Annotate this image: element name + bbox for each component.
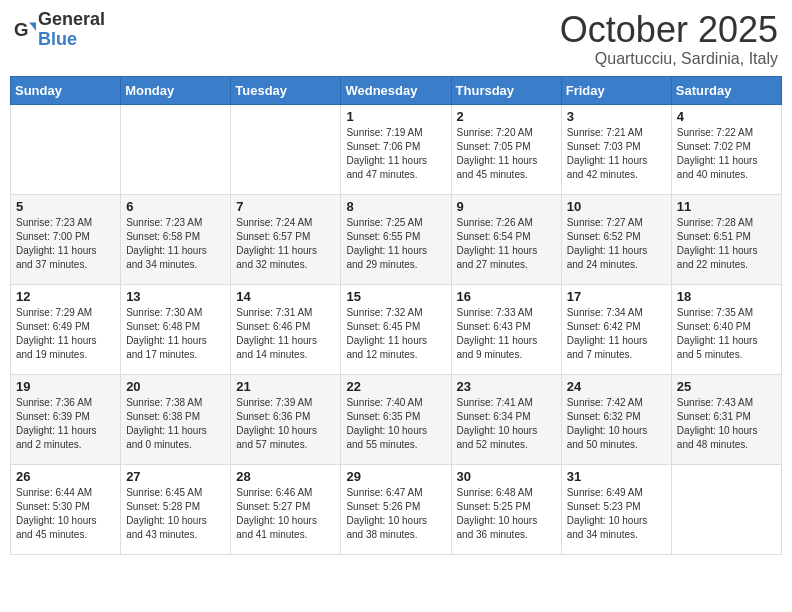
calendar-cell: 22Sunrise: 7:40 AM Sunset: 6:35 PM Dayli…: [341, 374, 451, 464]
logo-blue: Blue: [38, 29, 77, 49]
logo-general: General: [38, 9, 105, 29]
calendar-cell: 16Sunrise: 7:33 AM Sunset: 6:43 PM Dayli…: [451, 284, 561, 374]
calendar-cell: 13Sunrise: 7:30 AM Sunset: 6:48 PM Dayli…: [121, 284, 231, 374]
day-number: 1: [346, 109, 445, 124]
day-info: Sunrise: 7:39 AM Sunset: 6:36 PM Dayligh…: [236, 396, 335, 452]
day-number: 10: [567, 199, 666, 214]
day-number: 28: [236, 469, 335, 484]
title-block: October 2025 Quartucciu, Sardinia, Italy: [560, 10, 778, 68]
calendar-cell: 8Sunrise: 7:25 AM Sunset: 6:55 PM Daylig…: [341, 194, 451, 284]
weekday-header-monday: Monday: [121, 76, 231, 104]
day-number: 14: [236, 289, 335, 304]
day-info: Sunrise: 7:23 AM Sunset: 7:00 PM Dayligh…: [16, 216, 115, 272]
calendar-cell: 17Sunrise: 7:34 AM Sunset: 6:42 PM Dayli…: [561, 284, 671, 374]
day-number: 22: [346, 379, 445, 394]
weekday-header-tuesday: Tuesday: [231, 76, 341, 104]
day-info: Sunrise: 6:46 AM Sunset: 5:27 PM Dayligh…: [236, 486, 335, 542]
day-info: Sunrise: 6:44 AM Sunset: 5:30 PM Dayligh…: [16, 486, 115, 542]
day-number: 7: [236, 199, 335, 214]
day-info: Sunrise: 7:31 AM Sunset: 6:46 PM Dayligh…: [236, 306, 335, 362]
day-info: Sunrise: 7:34 AM Sunset: 6:42 PM Dayligh…: [567, 306, 666, 362]
calendar-cell: 24Sunrise: 7:42 AM Sunset: 6:32 PM Dayli…: [561, 374, 671, 464]
day-number: 2: [457, 109, 556, 124]
day-number: 24: [567, 379, 666, 394]
calendar-header-row: SundayMondayTuesdayWednesdayThursdayFrid…: [11, 76, 782, 104]
logo-icon: G: [14, 19, 36, 41]
calendar-cell: 1Sunrise: 7:19 AM Sunset: 7:06 PM Daylig…: [341, 104, 451, 194]
weekday-header-friday: Friday: [561, 76, 671, 104]
day-number: 21: [236, 379, 335, 394]
weekday-header-sunday: Sunday: [11, 76, 121, 104]
weekday-header-wednesday: Wednesday: [341, 76, 451, 104]
calendar-cell: 31Sunrise: 6:49 AM Sunset: 5:23 PM Dayli…: [561, 464, 671, 554]
calendar-cell: [671, 464, 781, 554]
day-info: Sunrise: 7:22 AM Sunset: 7:02 PM Dayligh…: [677, 126, 776, 182]
location: Quartucciu, Sardinia, Italy: [560, 50, 778, 68]
calendar-cell: 18Sunrise: 7:35 AM Sunset: 6:40 PM Dayli…: [671, 284, 781, 374]
day-number: 30: [457, 469, 556, 484]
weekday-header-thursday: Thursday: [451, 76, 561, 104]
weekday-header-saturday: Saturday: [671, 76, 781, 104]
day-info: Sunrise: 7:29 AM Sunset: 6:49 PM Dayligh…: [16, 306, 115, 362]
day-info: Sunrise: 7:20 AM Sunset: 7:05 PM Dayligh…: [457, 126, 556, 182]
day-info: Sunrise: 7:38 AM Sunset: 6:38 PM Dayligh…: [126, 396, 225, 452]
calendar-cell: 2Sunrise: 7:20 AM Sunset: 7:05 PM Daylig…: [451, 104, 561, 194]
day-info: Sunrise: 7:25 AM Sunset: 6:55 PM Dayligh…: [346, 216, 445, 272]
calendar-cell: 3Sunrise: 7:21 AM Sunset: 7:03 PM Daylig…: [561, 104, 671, 194]
calendar-week-row: 12Sunrise: 7:29 AM Sunset: 6:49 PM Dayli…: [11, 284, 782, 374]
calendar-cell: 27Sunrise: 6:45 AM Sunset: 5:28 PM Dayli…: [121, 464, 231, 554]
day-number: 8: [346, 199, 445, 214]
day-number: 31: [567, 469, 666, 484]
day-number: 15: [346, 289, 445, 304]
calendar-body: 1Sunrise: 7:19 AM Sunset: 7:06 PM Daylig…: [11, 104, 782, 554]
calendar-cell: 21Sunrise: 7:39 AM Sunset: 6:36 PM Dayli…: [231, 374, 341, 464]
day-number: 19: [16, 379, 115, 394]
day-number: 4: [677, 109, 776, 124]
day-info: Sunrise: 7:26 AM Sunset: 6:54 PM Dayligh…: [457, 216, 556, 272]
day-number: 5: [16, 199, 115, 214]
svg-text:G: G: [14, 19, 28, 40]
day-info: Sunrise: 7:40 AM Sunset: 6:35 PM Dayligh…: [346, 396, 445, 452]
day-number: 9: [457, 199, 556, 214]
calendar-cell: 12Sunrise: 7:29 AM Sunset: 6:49 PM Dayli…: [11, 284, 121, 374]
day-info: Sunrise: 7:32 AM Sunset: 6:45 PM Dayligh…: [346, 306, 445, 362]
calendar-cell: [121, 104, 231, 194]
day-number: 23: [457, 379, 556, 394]
day-info: Sunrise: 6:45 AM Sunset: 5:28 PM Dayligh…: [126, 486, 225, 542]
month-title: October 2025: [560, 10, 778, 50]
calendar-cell: 9Sunrise: 7:26 AM Sunset: 6:54 PM Daylig…: [451, 194, 561, 284]
day-info: Sunrise: 7:24 AM Sunset: 6:57 PM Dayligh…: [236, 216, 335, 272]
calendar-cell: 14Sunrise: 7:31 AM Sunset: 6:46 PM Dayli…: [231, 284, 341, 374]
calendar-cell: 20Sunrise: 7:38 AM Sunset: 6:38 PM Dayli…: [121, 374, 231, 464]
calendar-cell: 26Sunrise: 6:44 AM Sunset: 5:30 PM Dayli…: [11, 464, 121, 554]
day-info: Sunrise: 7:36 AM Sunset: 6:39 PM Dayligh…: [16, 396, 115, 452]
day-info: Sunrise: 7:21 AM Sunset: 7:03 PM Dayligh…: [567, 126, 666, 182]
day-number: 11: [677, 199, 776, 214]
day-number: 16: [457, 289, 556, 304]
day-info: Sunrise: 6:49 AM Sunset: 5:23 PM Dayligh…: [567, 486, 666, 542]
day-number: 29: [346, 469, 445, 484]
day-info: Sunrise: 6:47 AM Sunset: 5:26 PM Dayligh…: [346, 486, 445, 542]
calendar-week-row: 19Sunrise: 7:36 AM Sunset: 6:39 PM Dayli…: [11, 374, 782, 464]
calendar-cell: 19Sunrise: 7:36 AM Sunset: 6:39 PM Dayli…: [11, 374, 121, 464]
calendar-table: SundayMondayTuesdayWednesdayThursdayFrid…: [10, 76, 782, 555]
day-info: Sunrise: 7:41 AM Sunset: 6:34 PM Dayligh…: [457, 396, 556, 452]
day-info: Sunrise: 7:28 AM Sunset: 6:51 PM Dayligh…: [677, 216, 776, 272]
svg-marker-1: [29, 22, 36, 30]
calendar-cell: 28Sunrise: 6:46 AM Sunset: 5:27 PM Dayli…: [231, 464, 341, 554]
day-info: Sunrise: 6:48 AM Sunset: 5:25 PM Dayligh…: [457, 486, 556, 542]
calendar-cell: 29Sunrise: 6:47 AM Sunset: 5:26 PM Dayli…: [341, 464, 451, 554]
day-number: 20: [126, 379, 225, 394]
calendar-cell: 6Sunrise: 7:23 AM Sunset: 6:58 PM Daylig…: [121, 194, 231, 284]
day-number: 18: [677, 289, 776, 304]
day-info: Sunrise: 7:35 AM Sunset: 6:40 PM Dayligh…: [677, 306, 776, 362]
calendar-week-row: 5Sunrise: 7:23 AM Sunset: 7:00 PM Daylig…: [11, 194, 782, 284]
page-header: G General Blue October 2025 Quartucciu, …: [10, 10, 782, 68]
calendar-cell: 11Sunrise: 7:28 AM Sunset: 6:51 PM Dayli…: [671, 194, 781, 284]
day-info: Sunrise: 7:30 AM Sunset: 6:48 PM Dayligh…: [126, 306, 225, 362]
logo-text: General Blue: [38, 10, 105, 50]
calendar-cell: [11, 104, 121, 194]
day-number: 17: [567, 289, 666, 304]
calendar-week-row: 26Sunrise: 6:44 AM Sunset: 5:30 PM Dayli…: [11, 464, 782, 554]
day-number: 13: [126, 289, 225, 304]
